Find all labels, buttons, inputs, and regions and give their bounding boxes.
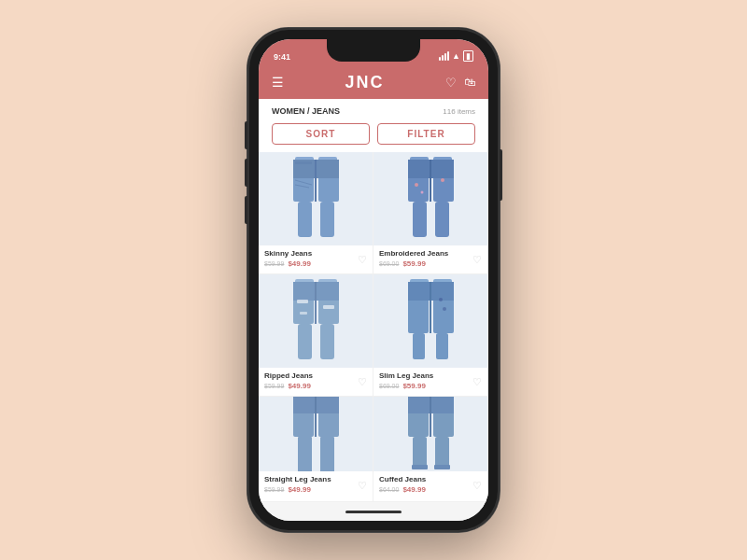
product-info: Slim Leg Jeans $69.00 $59.99 ♡	[374, 368, 487, 390]
product-jeans-illustration	[290, 157, 342, 241]
svg-point-19	[420, 191, 423, 194]
product-card[interactable]: Ripped Jeans $59.99 $49.99 ♡	[259, 274, 374, 397]
battery-icon: ▮	[463, 50, 473, 62]
products-grid: Skinny Jeans $59.99 $49.99 ♡	[259, 152, 488, 502]
product-image	[259, 274, 373, 368]
sale-price: $49.99	[288, 485, 310, 494]
wishlist-button[interactable]: ♡	[358, 254, 367, 266]
filter-button[interactable]: FILTER	[377, 123, 475, 145]
sale-price: $49.99	[288, 259, 310, 268]
menu-button[interactable]: ☰	[272, 75, 284, 90]
breadcrumb: WOMEN / JEANS	[272, 106, 340, 116]
product-name: Embroidered Jeans	[379, 249, 482, 258]
breadcrumb-separator: /	[305, 106, 313, 116]
product-prices: $64.00 $49.99	[379, 485, 482, 494]
svg-rect-41	[413, 333, 425, 359]
product-card[interactable]: Straight Leg Jeans $59.99 $49.99 ♡	[259, 397, 374, 502]
svg-rect-30	[300, 312, 307, 315]
product-prices: $59.99 $49.99	[264, 382, 367, 390]
wishlist-button[interactable]: ♡	[358, 376, 367, 388]
product-name: Skinny Jeans	[264, 249, 367, 258]
product-image	[374, 397, 487, 471]
product-card[interactable]: Slim Leg Jeans $69.00 $59.99 ♡	[374, 274, 488, 397]
svg-rect-57	[413, 437, 427, 467]
phone-screen: 9:41 ▲ ▮ ☰ JNC ♡ 🛍	[259, 39, 488, 521]
content-area: WOMEN / JEANS 116 items SORT FILTER	[259, 99, 488, 502]
header: ☰ JNC ♡ 🛍	[259, 65, 488, 99]
sale-price: $59.99	[402, 382, 425, 390]
status-icons: ▲ ▮	[439, 50, 473, 62]
sale-price: $49.99	[402, 485, 425, 494]
signal-icon	[439, 51, 449, 61]
wishlist-button[interactable]: ♡	[472, 480, 482, 492]
breadcrumb-row: WOMEN / JEANS 116 items	[259, 99, 488, 119]
svg-rect-10	[320, 202, 334, 237]
bottom-bar	[259, 502, 488, 521]
svg-rect-49	[298, 437, 312, 471]
breadcrumb-category: WOMEN	[272, 106, 305, 116]
bag-icon[interactable]: 🛍	[464, 76, 475, 90]
product-info: Straight Leg Jeans $59.99 $49.99 ♡	[259, 471, 373, 494]
header-action-icons: ♡ 🛍	[445, 76, 475, 90]
svg-rect-60	[434, 465, 450, 469]
svg-rect-58	[435, 437, 449, 467]
sale-price: $49.99	[288, 382, 310, 390]
product-name: Slim Leg Jeans	[379, 371, 482, 380]
product-info: Skinny Jeans $59.99 $49.99 ♡	[259, 245, 373, 268]
sort-filter-row: SORT FILTER	[259, 119, 488, 152]
svg-rect-42	[436, 333, 448, 359]
product-info: Ripped Jeans $59.99 $49.99 ♡	[259, 368, 373, 390]
original-price: $59.99	[264, 260, 284, 267]
svg-rect-50	[320, 437, 334, 471]
svg-rect-59	[412, 465, 428, 469]
svg-rect-9	[298, 202, 312, 237]
product-card[interactable]: Cuffed Jeans $64.00 $49.99 ♡	[374, 397, 488, 502]
status-time: 9:41	[274, 52, 290, 62]
original-price: $69.00	[379, 383, 399, 389]
product-prices: $69.00 $59.99	[379, 382, 482, 390]
original-price: $69.00	[379, 260, 399, 267]
product-name: Ripped Jeans	[264, 371, 367, 380]
phone-wrapper: 9:41 ▲ ▮ ☰ JNC ♡ 🛍	[247, 28, 500, 532]
product-jeans-illustration	[405, 157, 457, 241]
sort-button[interactable]: SORT	[272, 123, 370, 145]
product-image	[259, 397, 373, 471]
wifi-icon: ▲	[452, 51, 460, 61]
wishlist-icon[interactable]: ♡	[445, 76, 457, 90]
notch	[327, 39, 420, 62]
product-image	[259, 152, 373, 245]
original-price: $59.99	[264, 383, 284, 389]
app-title: JNC	[345, 73, 384, 92]
svg-point-18	[441, 178, 444, 182]
product-prices: $59.99 $49.99	[264, 259, 367, 268]
original-price: $59.99	[264, 486, 284, 493]
product-info: Cuffed Jeans $64.00 $49.99 ♡	[374, 471, 487, 494]
wishlist-button[interactable]: ♡	[472, 376, 482, 388]
wishlist-button[interactable]: ♡	[472, 254, 482, 266]
product-prices: $59.99 $49.99	[264, 485, 367, 494]
sale-price: $59.99	[402, 259, 425, 268]
product-jeans-illustration	[290, 279, 342, 363]
product-jeans-illustration	[405, 279, 457, 363]
product-jeans-illustration	[405, 397, 457, 471]
svg-point-39	[439, 298, 443, 301]
product-name: Straight Leg Jeans	[264, 475, 367, 483]
svg-rect-32	[320, 324, 334, 359]
svg-point-40	[443, 307, 446, 311]
product-image	[374, 152, 487, 245]
item-count: 116 items	[443, 107, 475, 116]
product-image	[374, 274, 487, 368]
product-name: Cuffed Jeans	[379, 475, 482, 483]
svg-rect-28	[297, 300, 308, 303]
product-card[interactable]: Embroidered Jeans $69.00 $59.99 ♡	[374, 152, 488, 274]
svg-rect-21	[435, 202, 449, 237]
product-prices: $69.00 $59.99	[379, 259, 482, 268]
svg-point-17	[415, 183, 418, 187]
svg-rect-20	[413, 202, 427, 237]
svg-rect-31	[298, 324, 312, 359]
product-jeans-illustration	[290, 397, 342, 471]
product-card[interactable]: Skinny Jeans $59.99 $49.99 ♡	[259, 152, 374, 274]
product-info: Embroidered Jeans $69.00 $59.99 ♡	[374, 245, 487, 268]
wishlist-button[interactable]: ♡	[358, 480, 367, 492]
svg-rect-6	[295, 161, 312, 164]
